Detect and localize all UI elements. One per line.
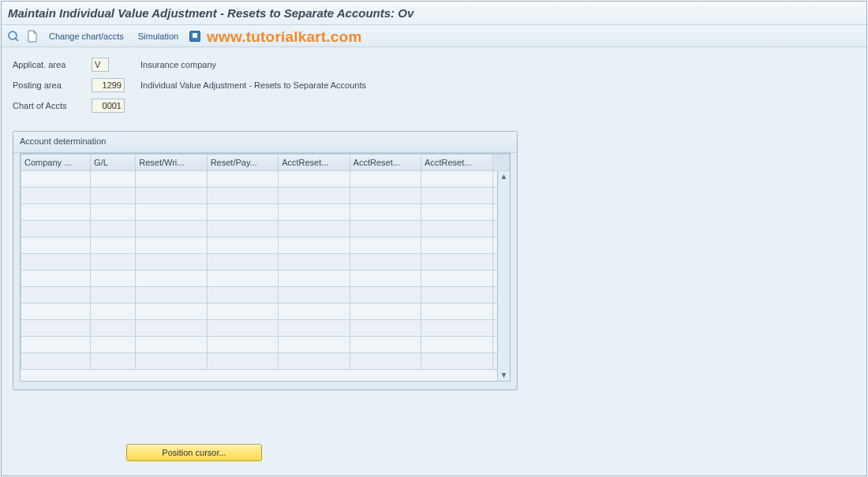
- table-cell[interactable]: [136, 204, 207, 221]
- table-cell[interactable]: [279, 254, 350, 270]
- table-cell[interactable]: [279, 237, 350, 254]
- simulation-link[interactable]: Simulation: [133, 32, 183, 41]
- table-cell[interactable]: [207, 204, 278, 221]
- table-cell[interactable]: [279, 353, 350, 370]
- table-cell[interactable]: [91, 320, 136, 337]
- table-cell[interactable]: [136, 337, 207, 353]
- table-cell[interactable]: [91, 304, 136, 320]
- scroll-up-icon[interactable]: ▲: [500, 171, 508, 182]
- table-cell[interactable]: [421, 237, 492, 254]
- account-table[interactable]: Company ...G/LReset/Wri...Reset/Pay...Ac…: [21, 154, 510, 370]
- table-cell[interactable]: [91, 353, 136, 370]
- applicat-area-input[interactable]: [92, 58, 109, 72]
- table-cell[interactable]: [279, 270, 350, 287]
- table-cell[interactable]: [21, 337, 91, 353]
- table-cell[interactable]: [207, 270, 278, 287]
- table-cell[interactable]: [421, 320, 492, 337]
- table-row[interactable]: [21, 254, 510, 270]
- table-cell[interactable]: [207, 304, 278, 320]
- table-cell[interactable]: [421, 204, 492, 221]
- table-cell[interactable]: [421, 270, 492, 287]
- table-cell[interactable]: [421, 188, 492, 204]
- table-cell[interactable]: [136, 320, 207, 337]
- new-page-icon[interactable]: [25, 29, 39, 43]
- table-cell[interactable]: [91, 270, 136, 287]
- column-header[interactable]: Reset/Pay...: [207, 155, 278, 171]
- table-cell[interactable]: [21, 287, 91, 304]
- table-cell[interactable]: [91, 204, 136, 221]
- table-cell[interactable]: [136, 237, 207, 254]
- table-cell[interactable]: [207, 254, 278, 270]
- posting-area-input[interactable]: [92, 78, 125, 92]
- table-cell[interactable]: [136, 287, 207, 304]
- table-cell[interactable]: [21, 237, 91, 254]
- column-header[interactable]: Reset/Wri...: [136, 155, 207, 171]
- column-header[interactable]: AcctReset...: [421, 155, 492, 171]
- table-cell[interactable]: [91, 188, 136, 204]
- table-row[interactable]: [21, 270, 510, 287]
- table-cell[interactable]: [350, 237, 421, 254]
- column-header[interactable]: Company ...: [21, 155, 91, 171]
- table-cell[interactable]: [279, 171, 350, 188]
- table-cell[interactable]: [91, 337, 136, 353]
- table-cell[interactable]: [350, 254, 421, 270]
- table-cell[interactable]: [136, 188, 207, 204]
- table-cell[interactable]: [21, 320, 91, 337]
- table-cell[interactable]: [350, 204, 421, 221]
- table-cell[interactable]: [421, 254, 492, 270]
- simulation-icon[interactable]: [188, 29, 202, 43]
- table-cell[interactable]: [207, 287, 278, 304]
- table-cell[interactable]: [421, 304, 492, 320]
- table-row[interactable]: [21, 304, 510, 320]
- table-cell[interactable]: [207, 353, 278, 370]
- table-cell[interactable]: [91, 287, 136, 304]
- table-cell[interactable]: [350, 337, 421, 353]
- table-cell[interactable]: [91, 171, 136, 188]
- table-cell[interactable]: [136, 254, 207, 270]
- table-cell[interactable]: [136, 353, 207, 370]
- chart-of-accts-input[interactable]: [92, 99, 125, 113]
- table-cell[interactable]: [136, 171, 207, 188]
- table-cell[interactable]: [136, 304, 207, 320]
- table-cell[interactable]: [421, 171, 492, 188]
- table-row[interactable]: [21, 320, 510, 337]
- table-cell[interactable]: [279, 287, 350, 304]
- table-row[interactable]: [21, 171, 510, 188]
- table-cell[interactable]: [207, 171, 278, 188]
- table-cell[interactable]: [350, 353, 421, 370]
- column-header[interactable]: G/L: [91, 155, 136, 171]
- table-row[interactable]: [21, 204, 510, 221]
- table-cell[interactable]: [136, 270, 207, 287]
- table-cell[interactable]: [207, 320, 278, 337]
- table-cell[interactable]: [207, 237, 278, 254]
- table-cell[interactable]: [350, 287, 421, 304]
- table-row[interactable]: [21, 188, 510, 204]
- position-cursor-button[interactable]: Position cursor...: [126, 444, 262, 461]
- vertical-scrollbar[interactable]: ▲ ▼: [497, 171, 510, 381]
- table-row[interactable]: [21, 287, 510, 304]
- table-cell[interactable]: [350, 270, 421, 287]
- table-cell[interactable]: [21, 188, 91, 204]
- table-cell[interactable]: [279, 337, 350, 353]
- table-cell[interactable]: [21, 204, 91, 221]
- table-cell[interactable]: [136, 221, 207, 237]
- table-cell[interactable]: [207, 188, 278, 204]
- display-icon[interactable]: [6, 29, 21, 43]
- table-row[interactable]: [21, 221, 510, 237]
- table-cell[interactable]: [350, 320, 421, 337]
- table-cell[interactable]: [21, 171, 91, 188]
- column-header[interactable]: AcctReset...: [350, 155, 421, 171]
- table-cell[interactable]: [91, 254, 136, 270]
- table-cell[interactable]: [350, 304, 421, 320]
- table-cell[interactable]: [350, 221, 421, 237]
- table-cell[interactable]: [21, 221, 91, 237]
- table-cell[interactable]: [207, 221, 278, 237]
- table-cell[interactable]: [279, 204, 350, 221]
- table-cell[interactable]: [21, 254, 91, 270]
- table-cell[interactable]: [91, 221, 136, 237]
- table-cell[interactable]: [91, 237, 136, 254]
- table-cell[interactable]: [21, 270, 91, 287]
- table-cell[interactable]: [350, 188, 421, 204]
- table-cell[interactable]: [279, 320, 350, 337]
- table-row[interactable]: [21, 237, 510, 254]
